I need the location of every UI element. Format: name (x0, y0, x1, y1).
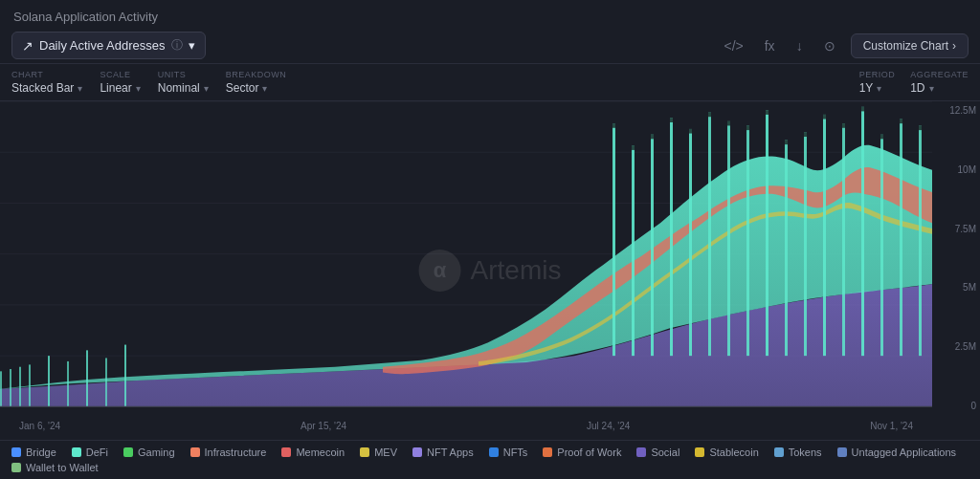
legend-item-nft-apps: NFT Apps (412, 446, 474, 458)
svg-rect-37 (880, 135, 883, 140)
info-icon[interactable]: ⓘ (171, 37, 183, 54)
svg-rect-13 (746, 125, 749, 356)
legend-label-mev: MEV (374, 446, 397, 458)
legend-label-nft-apps: NFT Apps (427, 446, 474, 458)
aggregate-control: AGGREGATE 1D ▾ (910, 70, 969, 95)
breakdown-selector[interactable]: Sector ▾ (226, 81, 287, 95)
svg-rect-39 (919, 125, 922, 130)
x-axis: Jan 6, '24 Apr 15, '24 Jul 24, '24 Nov 1… (0, 411, 932, 440)
legend-item-wallet-to-wallet: Wallet to Wallet (11, 462, 99, 473)
svg-rect-6 (612, 123, 615, 356)
legend-label-wallet-to-wallet: Wallet to Wallet (26, 462, 99, 473)
legend-label-bridge: Bridge (26, 446, 56, 458)
svg-rect-20 (880, 135, 883, 356)
legend-dot-defi (72, 447, 81, 457)
legend-label-untagged: Untagged Applications (852, 446, 956, 458)
y-label-0: 0 (932, 401, 976, 411)
aggregate-selector[interactable]: 1D ▾ (910, 81, 969, 95)
chart-svg (0, 101, 932, 411)
legend-label-social: Social (651, 446, 679, 458)
x-label-2: Jul 24, '24 (587, 421, 630, 431)
svg-rect-38 (900, 120, 902, 124)
svg-rect-31 (766, 110, 768, 115)
legend-dot-stablecoin (695, 447, 704, 457)
y-label-1: 2.5M (932, 341, 976, 352)
legend-item-nfts: NFTs (489, 446, 528, 458)
svg-rect-29 (727, 121, 730, 126)
breakdown-label: BREAKDOWN (226, 70, 287, 79)
svg-rect-10 (689, 129, 692, 356)
code-button[interactable]: </> (718, 34, 748, 57)
svg-rect-19 (861, 107, 864, 356)
legend-item-infrastructure: Infrastructure (190, 446, 267, 458)
svg-rect-14 (766, 110, 768, 356)
svg-rect-7 (632, 145, 635, 356)
customize-label: Customize Chart (863, 39, 948, 53)
legend-dot-wallet-to-wallet (11, 463, 21, 472)
chart-selector[interactable]: Stacked Bar ▾ (11, 81, 82, 95)
fx-button[interactable]: fx (759, 34, 781, 57)
scale-control: SCALE Linear ▾ (100, 70, 140, 95)
legend-label-tokens: Tokens (789, 446, 822, 458)
y-label-5: 12.5M (932, 105, 976, 116)
svg-rect-32 (785, 141, 788, 145)
legend-dot-tokens (774, 447, 784, 457)
x-label-0: Jan 6, '24 (19, 421, 60, 431)
camera-button[interactable]: ⊙ (818, 34, 841, 57)
legend-label-defi: DeFi (86, 446, 108, 458)
metric-selector[interactable]: ↗ Daily Active Addresses ⓘ ▾ (11, 32, 206, 59)
scale-selector[interactable]: Linear ▾ (100, 81, 140, 95)
y-axis: 0 2.5M 5M 7.5M 10M 12.5M (932, 101, 980, 411)
toolbar: ↗ Daily Active Addresses ⓘ ▾ </> fx ↓ ⊙ … (0, 28, 980, 64)
y-label-2: 5M (932, 282, 976, 293)
chart-control: CHART Stacked Bar ▾ (11, 70, 82, 95)
legend-item-defi: DeFi (72, 446, 108, 458)
legend-dot-proof-of-work (543, 447, 552, 457)
svg-rect-8 (651, 135, 654, 356)
svg-rect-36 (861, 107, 864, 112)
svg-rect-11 (708, 113, 711, 357)
chevron-down-icon: ▾ (78, 83, 82, 94)
legend-label-stablecoin: Stablecoin (709, 446, 758, 458)
svg-rect-35 (842, 123, 845, 128)
legend-item-tokens: Tokens (774, 446, 822, 458)
legend-dot-untagged (837, 447, 847, 457)
legend-dot-mev (360, 447, 369, 457)
chevron-down-icon: ▾ (929, 83, 934, 94)
period-selector[interactable]: 1Y ▾ (859, 81, 896, 95)
legend-label-gaming: Gaming (138, 446, 175, 458)
download-button[interactable]: ↓ (791, 34, 809, 57)
legend-item-bridge: Bridge (11, 446, 56, 458)
breakdown-value: Sector (226, 81, 259, 95)
svg-rect-21 (900, 120, 902, 357)
svg-rect-45 (67, 361, 69, 406)
fx-icon: fx (765, 38, 775, 54)
controls-right: PERIOD 1Y ▾ AGGREGATE 1D ▾ (859, 70, 969, 95)
legend-item-memecoin: Memecoin (281, 446, 345, 458)
main-container: Solana Application Activity ↗ Daily Acti… (0, 0, 980, 479)
svg-rect-23 (612, 123, 615, 128)
legend-item-gaming: Gaming (123, 446, 175, 458)
svg-rect-40 (0, 371, 2, 406)
camera-icon: ⊙ (824, 38, 835, 54)
metric-label: Daily Active Addresses (39, 38, 166, 53)
chart-value: Stacked Bar (11, 81, 74, 95)
svg-rect-12 (727, 121, 730, 356)
period-control: PERIOD 1Y ▾ (859, 70, 896, 95)
svg-rect-27 (689, 129, 692, 134)
svg-rect-46 (86, 350, 88, 406)
toolbar-right: </> fx ↓ ⊙ Customize Chart › (718, 33, 969, 58)
customize-chart-button[interactable]: Customize Chart › (851, 33, 969, 58)
y-label-3: 7.5M (932, 224, 976, 234)
chevron-down-icon: ▾ (262, 83, 267, 94)
svg-rect-16 (804, 132, 807, 356)
y-label-4: 10M (932, 164, 976, 175)
legend-item-proof-of-work: Proof of Work (543, 446, 621, 458)
scale-label: SCALE (100, 70, 140, 79)
x-label-1: Apr 15, '24 (301, 421, 346, 431)
chevron-down-icon: ▾ (189, 38, 195, 53)
aggregate-label: AGGREGATE (910, 70, 969, 79)
units-selector[interactable]: Nominal ▾ (158, 81, 209, 95)
legend-label-proof-of-work: Proof of Work (557, 446, 621, 458)
chevron-down-icon: ▾ (204, 83, 209, 94)
